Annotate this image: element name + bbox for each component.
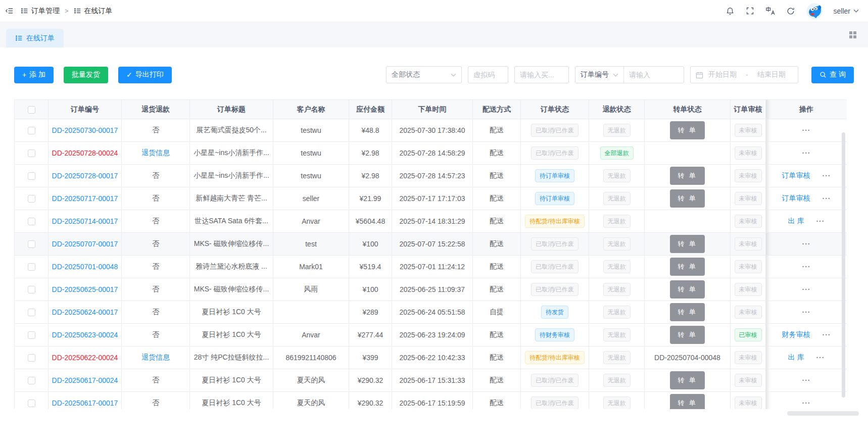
row-checkbox[interactable] xyxy=(28,309,35,316)
action-link[interactable]: 订单审核 xyxy=(782,194,810,203)
more-actions-icon[interactable]: ··· xyxy=(823,331,831,339)
row-checkbox[interactable] xyxy=(28,195,35,203)
search-field-select[interactable]: 订单编号 xyxy=(575,67,624,83)
action-link[interactable]: 订单审核 xyxy=(782,171,810,180)
search-icon xyxy=(819,71,827,78)
order-number-link[interactable]: DD-20250624-00017 xyxy=(52,308,118,316)
return-refund-cell: 退货信息 xyxy=(122,142,190,165)
fullscreen-icon[interactable] xyxy=(746,7,754,15)
batch-ship-button[interactable]: 批量发货 xyxy=(64,67,108,83)
translate-icon[interactable] xyxy=(765,6,775,16)
top-navbar: 订单管理 > 在线订单 xyxy=(0,0,868,22)
breadcrumb-item[interactable]: 在线订单 xyxy=(84,7,113,16)
keyword-input[interactable] xyxy=(624,67,684,83)
order-number-link[interactable]: DD-20250730-00017 xyxy=(52,126,118,134)
row-checkbox[interactable] xyxy=(28,263,35,271)
transfer-button[interactable]: 转 单 xyxy=(670,189,705,208)
transfer-button[interactable]: 转 单 xyxy=(670,371,705,389)
amount-cell: ¥2.98 xyxy=(349,142,392,165)
row-checkbox[interactable] xyxy=(28,150,35,157)
virtual-code-input[interactable] xyxy=(468,66,508,83)
buyer-input[interactable] xyxy=(514,66,569,83)
more-actions-icon[interactable]: ··· xyxy=(802,126,811,134)
return-refund-cell: 退货信息 xyxy=(122,346,190,369)
transfer-button[interactable]: 转 单 xyxy=(670,258,705,276)
more-actions-icon[interactable]: ··· xyxy=(802,263,811,271)
order-number-link[interactable]: DD-20250728-00017 xyxy=(52,172,118,180)
order-number-link[interactable]: DD-20250717-00017 xyxy=(52,194,118,203)
breadcrumb-item[interactable]: 订单管理 xyxy=(31,7,60,16)
actions-cell: ··· xyxy=(766,233,847,256)
order-time-cell: 2025-07-28 14:58:29 xyxy=(392,142,473,165)
order-number-link[interactable]: DD-20250623-00024 xyxy=(52,331,118,339)
date-range-picker[interactable]: 开始日期 - 结束日期 xyxy=(690,66,798,83)
more-actions-icon[interactable]: ··· xyxy=(802,376,811,384)
row-checkbox[interactable] xyxy=(28,172,35,180)
order-number-link[interactable]: DD-20250622-00024 xyxy=(52,354,118,362)
transfer-button[interactable]: 转 单 xyxy=(670,121,705,139)
export-print-button[interactable]: ✓ 导出打印 xyxy=(118,67,172,83)
order-number-link[interactable]: DD-20250625-00017 xyxy=(52,285,118,293)
action-link[interactable]: 出 库 xyxy=(788,217,804,226)
order-audit-tag: 未审核 xyxy=(735,396,762,409)
order-number-link[interactable]: DD-20250701-00048 xyxy=(52,263,118,271)
order-status-tag: 待配货/待出库审核 xyxy=(525,215,584,228)
action-link[interactable]: 出 库 xyxy=(788,353,804,362)
row-checkbox[interactable] xyxy=(28,286,35,293)
transfer-button[interactable]: 转 单 xyxy=(670,280,705,298)
more-actions-icon[interactable]: ··· xyxy=(802,285,811,293)
delivery-method-cell: 配送 xyxy=(473,256,521,278)
delivery-method-cell: 配送 xyxy=(473,210,521,233)
query-button[interactable]: 查 询 xyxy=(811,67,854,83)
customer-name-cell: test xyxy=(273,233,349,256)
status-filter-select[interactable]: 全部状态 xyxy=(386,66,462,83)
menu-fold-icon[interactable] xyxy=(5,7,14,15)
more-actions-icon[interactable]: ··· xyxy=(816,217,825,225)
select-all-checkbox[interactable] xyxy=(28,106,35,114)
vertical-scrollbar[interactable] xyxy=(842,132,845,397)
order-number-link[interactable]: DD-20250617-00024 xyxy=(52,376,118,384)
order-time-cell: 2025-07-30 17:38:40 xyxy=(392,119,473,142)
transfer-button[interactable]: 转 单 xyxy=(670,235,705,253)
order-number-link[interactable]: DD-20250728-00024 xyxy=(52,149,118,157)
order-number-link[interactable]: DD-20250617-00017 xyxy=(52,399,118,407)
column-header: 操作 xyxy=(766,100,847,119)
grid-layout-icon[interactable] xyxy=(849,31,857,39)
row-checkbox[interactable] xyxy=(28,400,35,407)
more-actions-icon[interactable]: ··· xyxy=(823,194,831,203)
row-checkbox[interactable] xyxy=(28,127,35,134)
add-button[interactable]: + 添 加 xyxy=(14,67,54,83)
row-checkbox[interactable] xyxy=(28,218,35,225)
bell-icon[interactable] xyxy=(726,7,735,16)
row-checkbox[interactable] xyxy=(28,240,35,248)
more-actions-icon[interactable]: ··· xyxy=(802,399,811,407)
order-time-cell: 2025-06-17 15:31:33 xyxy=(392,369,473,392)
tab-online-orders[interactable]: 在线订单 xyxy=(6,29,64,47)
row-checkbox[interactable] xyxy=(28,354,35,362)
user-avatar[interactable] xyxy=(806,3,823,19)
transfer-button[interactable]: 转 单 xyxy=(670,326,705,344)
customer-name-cell: seller xyxy=(273,187,349,210)
return-info-link[interactable]: 退货信息 xyxy=(141,148,170,157)
transfer-button[interactable]: 转 单 xyxy=(670,303,705,321)
action-link[interactable]: 财务审核 xyxy=(782,330,810,339)
transfer-button[interactable]: 转 单 xyxy=(670,167,705,185)
horizontal-scrollbar[interactable] xyxy=(787,411,859,416)
more-actions-icon[interactable]: ··· xyxy=(823,172,831,180)
order-number-link[interactable]: DD-20250707-00017 xyxy=(52,240,118,248)
more-actions-icon[interactable]: ··· xyxy=(802,308,811,316)
order-number-link[interactable]: DD-20250714-00017 xyxy=(52,217,118,225)
more-actions-icon[interactable]: ··· xyxy=(802,149,811,157)
row-checkbox[interactable] xyxy=(28,331,35,339)
user-menu[interactable]: seller xyxy=(834,7,859,15)
row-checkbox[interactable] xyxy=(28,377,35,384)
more-actions-icon[interactable]: ··· xyxy=(816,354,825,362)
checkbox-cell xyxy=(15,256,49,278)
order-status-cell: 待发货 xyxy=(521,301,589,324)
chevron-down-icon xyxy=(451,73,456,77)
transfer-status-cell: 转 单 xyxy=(645,256,731,278)
transfer-button[interactable]: 转 单 xyxy=(670,394,705,409)
more-actions-icon[interactable]: ··· xyxy=(802,240,811,248)
return-info-link[interactable]: 退货信息 xyxy=(141,353,170,361)
refresh-icon[interactable] xyxy=(786,7,795,16)
